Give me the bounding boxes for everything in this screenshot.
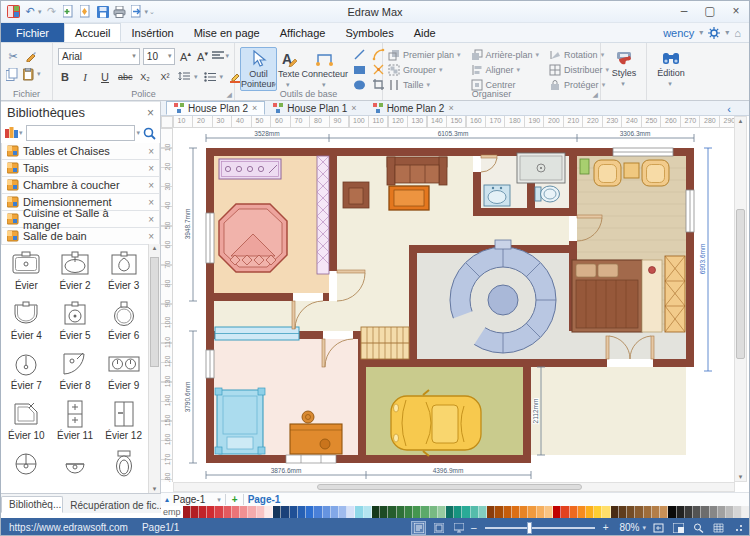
tab-recuperation[interactable]: Récupération de fic... [63,498,161,513]
color-swatch[interactable] [594,506,602,518]
settings-caret-icon[interactable]: ▾ [725,28,729,37]
close-library-icon[interactable]: × [148,146,154,157]
color-swatch[interactable] [240,506,248,518]
account-name[interactable]: wency [663,27,694,39]
color-swatch[interactable] [298,506,306,518]
cut-icon[interactable]: ✂ [6,50,20,63]
color-swatch[interactable] [265,506,273,518]
organiser-button[interactable]: Premier plan▾ [388,47,461,62]
close-panel-icon[interactable]: × [147,106,154,120]
grow-font-button[interactable]: A▴ [178,50,192,63]
color-swatch[interactable] [602,506,610,518]
horizontal-scrollbar[interactable] [173,482,735,492]
symbol-item[interactable]: Évier 2 [51,246,100,296]
tab-insertion[interactable]: Insértion [121,23,183,42]
color-swatch[interactable] [537,506,545,518]
scroll-down-icon[interactable]: ▾ [149,485,160,493]
print-button[interactable] [113,4,127,19]
vertical-scrollbar[interactable]: ▴▾ [734,116,747,482]
document-tab[interactable]: Home Plan 2 × [365,101,462,115]
color-swatch[interactable] [611,506,619,518]
color-swatch[interactable] [347,506,355,518]
format-painter-icon[interactable] [25,50,37,62]
symbol-item[interactable]: Évier 10 [2,396,51,446]
line-spacing-button[interactable] [178,72,190,82]
underline-button[interactable]: U [98,71,112,83]
color-swatch[interactable] [281,506,289,518]
scrollbar-thumb[interactable] [736,209,745,359]
symbol-item[interactable]: Évier [2,246,51,296]
zoom-level[interactable]: 80% [613,522,639,533]
color-swatch[interactable] [454,506,462,518]
color-swatch[interactable] [446,506,454,518]
color-swatch[interactable] [734,506,742,518]
symbol-item[interactable]: Évier 8 [51,346,100,396]
presentation-view-button[interactable] [451,521,466,535]
connector-tool-button[interactable]: Connecteur▾ [301,47,350,91]
line-tool-icon[interactable] [353,48,369,63]
symbol-item[interactable]: Évier 12 [99,396,148,446]
color-swatch[interactable] [471,506,479,518]
color-swatch[interactable] [215,506,223,518]
color-swatch[interactable] [479,506,487,518]
symbol-item[interactable] [51,446,100,493]
color-swatch[interactable] [742,506,750,518]
color-swatch[interactable] [207,506,215,518]
undo-caret-icon[interactable]: ▾ [38,8,42,16]
library-item[interactable]: Tables et Chaises × [1,143,160,160]
font-name-select[interactable]: Arial▾ [58,48,140,65]
color-swatch[interactable] [290,506,298,518]
close-library-icon[interactable]: × [148,163,154,174]
resize-grip[interactable] [735,524,743,532]
color-swatch[interactable] [545,506,553,518]
tab-bibliotheques[interactable]: Bibliothèq... [1,496,63,513]
color-swatch[interactable] [430,506,438,518]
close-library-icon[interactable]: × [148,231,154,242]
color-swatch[interactable] [504,506,512,518]
symbol-item[interactable]: Évier 6 [99,296,148,346]
tab-symboles[interactable]: Symboles [335,23,403,42]
color-swatch[interactable] [561,506,569,518]
page-selector[interactable]: Page-1▾ [173,494,226,505]
scroll-up-icon[interactable]: ▴ [739,117,743,124]
color-swatch[interactable] [726,506,734,518]
collapse-panel-icon[interactable]: ‹ [727,101,731,116]
color-swatch[interactable] [495,506,503,518]
align-caret-icon[interactable]: ▾ [225,52,229,60]
tab-accueil[interactable]: Accueil [64,23,121,42]
copy-icon[interactable] [6,68,18,81]
superscript-button[interactable]: X² [158,72,172,82]
color-swatch[interactable] [528,506,536,518]
save-button[interactable] [96,4,110,19]
color-swatch[interactable] [183,506,191,518]
close-tab-icon[interactable]: × [351,103,356,113]
color-swatch[interactable] [635,506,643,518]
color-swatch[interactable] [397,506,405,518]
drawing-canvas[interactable]: 3528mm 6105.3mm 3306.3mm 3948.7mm 3790.6… [173,128,735,482]
page-view-button[interactable] [431,521,446,535]
color-swatch[interactable] [487,506,495,518]
color-swatch[interactable] [627,506,635,518]
tab-aide[interactable]: Aide [404,23,446,42]
color-swatch[interactable] [314,506,322,518]
normal-view-button[interactable] [411,521,426,535]
color-swatch[interactable] [570,506,578,518]
styles-button[interactable]: Styles▾ [606,47,642,91]
maximize-button[interactable]: ▢ [697,3,723,21]
tab-mise-en-page[interactable]: Mise en page [184,23,270,42]
color-swatch[interactable] [257,506,265,518]
tab-affichage[interactable]: Affichage [270,23,336,42]
collapse-pagebar-icon[interactable]: ▴ [165,495,169,504]
scroll-up-icon[interactable]: ▴ [153,244,157,251]
color-swatch[interactable] [701,506,709,518]
organiser-button[interactable]: Grouper▾ [388,62,461,77]
ruler-h[interactable]: 1020304050607080901001101201301401501601… [173,116,735,128]
organiser-button[interactable]: Aligner▾ [471,62,540,77]
pointer-tool-button[interactable]: OutilPointeur▾ [240,47,277,91]
document-tab[interactable]: House Plan 2 × [166,101,265,115]
color-swatch[interactable] [685,506,693,518]
color-swatch[interactable] [578,506,586,518]
color-swatch[interactable] [710,506,718,518]
color-swatch[interactable] [586,506,594,518]
open-template-button[interactable] [79,4,93,19]
